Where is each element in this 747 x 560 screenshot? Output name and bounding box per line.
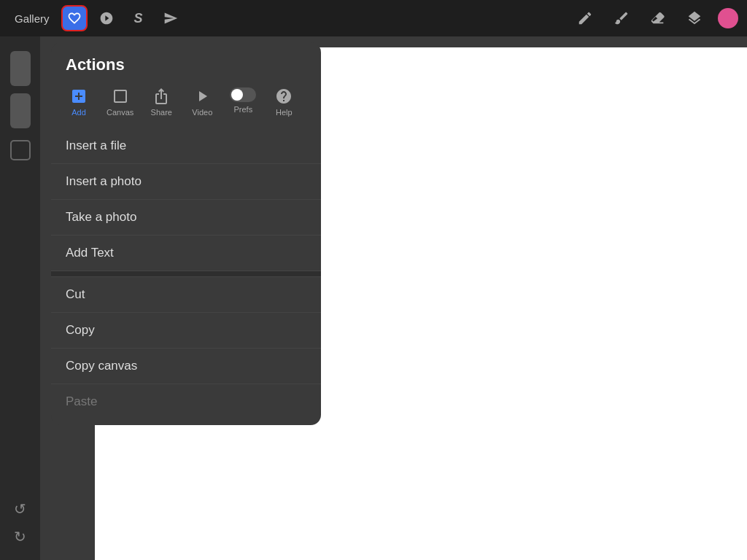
help-tab-icon (275, 88, 293, 105)
brush-tool-button[interactable] (608, 5, 635, 31)
take-photo-item[interactable]: Take a photo (51, 200, 321, 236)
cut-item[interactable]: Cut (51, 277, 321, 313)
tab-canvas[interactable]: Canvas (99, 83, 141, 121)
layers-icon (686, 10, 703, 26)
add-tab-icon (70, 88, 88, 105)
avatar[interactable] (718, 8, 738, 28)
left-sidebar: ↺ ↻ (0, 36, 40, 560)
paste-label: Paste (66, 394, 97, 409)
top-bar-right (572, 5, 738, 31)
wrench-tool-button[interactable] (61, 5, 88, 31)
help-tab-label: Help (276, 108, 293, 117)
share-tab-label: Share (151, 108, 172, 117)
prefs-tab-label: Prefs (233, 105, 252, 114)
add-text-item[interactable]: Add Text (51, 236, 321, 271)
size-slider[interactable] (10, 93, 31, 128)
script-icon: S (134, 11, 143, 26)
wrench-icon (67, 11, 82, 26)
actions-panel: Actions Add Canvas Share (51, 42, 321, 425)
add-tab-label: Add (71, 108, 86, 117)
tab-add[interactable]: Add (58, 83, 99, 121)
sidebar-bottom: ↺ ↻ (14, 500, 26, 545)
copy-canvas-label: Copy canvas (66, 359, 137, 373)
color-swatch[interactable] (10, 140, 31, 160)
add-text-label: Add Text (66, 246, 114, 260)
pen-tool-button[interactable] (572, 5, 598, 31)
gallery-button[interactable]: Gallery (9, 9, 55, 28)
video-tab-icon (193, 88, 211, 105)
video-tab-label: Video (192, 108, 212, 117)
tab-help[interactable]: Help (263, 83, 304, 121)
copy-item[interactable]: Copy (51, 313, 321, 349)
top-bar-left: Gallery S (9, 5, 184, 31)
actions-title: Actions (51, 42, 321, 83)
redo-button[interactable]: ↻ (14, 528, 26, 545)
opacity-slider[interactable] (10, 51, 31, 86)
canvas-tab-icon (112, 88, 129, 105)
eraser-tool-button[interactable] (645, 5, 671, 31)
cut-label: Cut (66, 287, 85, 302)
insert-file-label: Insert a file (66, 139, 126, 153)
layers-tool-button[interactable] (681, 5, 708, 31)
arrow-tool-button[interactable] (158, 5, 184, 31)
undo-button[interactable]: ↺ (14, 500, 26, 518)
eraser-icon (650, 10, 666, 26)
adjust-icon (99, 11, 114, 26)
insert-photo-item[interactable]: Insert a photo (51, 164, 321, 200)
tab-video[interactable]: Video (182, 83, 222, 121)
brush-icon (614, 10, 630, 26)
take-photo-label: Take a photo (66, 210, 136, 225)
prefs-tab-icon (230, 88, 256, 102)
canvas-tab-label: Canvas (107, 108, 133, 117)
menu-divider (51, 271, 321, 277)
tab-share[interactable]: Share (141, 83, 182, 121)
insert-file-item[interactable]: Insert a file (51, 128, 321, 164)
tab-prefs[interactable]: Prefs (222, 83, 263, 121)
adjust-tool-button[interactable] (93, 5, 120, 31)
paste-item[interactable]: Paste (51, 384, 321, 419)
copy-label: Copy (66, 323, 95, 338)
script-tool-button[interactable]: S (125, 5, 152, 31)
actions-tabs: Add Canvas Share Video Prefs (51, 83, 321, 128)
copy-canvas-item[interactable]: Copy canvas (51, 349, 321, 384)
share-tab-icon (152, 88, 170, 105)
top-toolbar: Gallery S (0, 0, 747, 36)
arrow-icon (163, 11, 178, 26)
pen-icon (577, 10, 593, 26)
insert-photo-label: Insert a photo (66, 174, 142, 189)
